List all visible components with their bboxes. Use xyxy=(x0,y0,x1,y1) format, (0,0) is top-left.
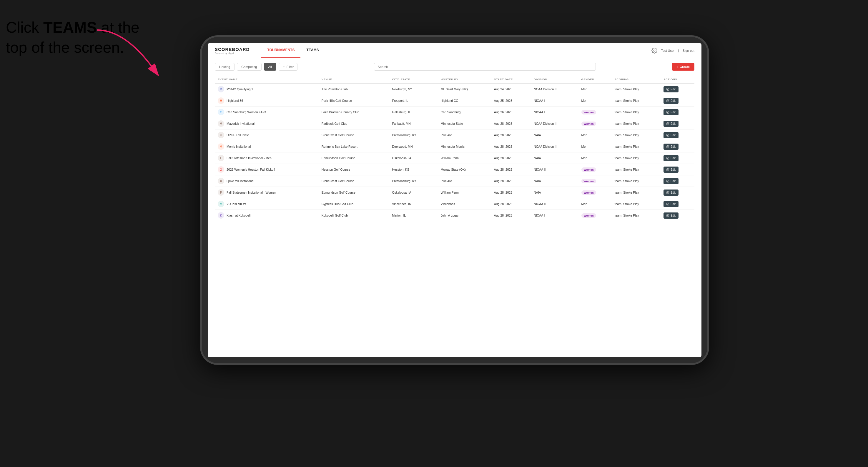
arrow-indicator xyxy=(71,24,194,88)
cell-gender: Men xyxy=(579,152,612,164)
edit-icon xyxy=(666,180,670,182)
cell-start-date: Aug 28, 2023 xyxy=(491,210,531,221)
cell-event-name: M Morris Invitational xyxy=(215,141,319,152)
search-box xyxy=(300,63,670,71)
gender-text: Men xyxy=(581,133,587,137)
cell-venue: Kokopelli Golf Club xyxy=(319,210,389,221)
col-event-name: EVENT NAME xyxy=(215,75,319,84)
cell-venue: StoneCrest Golf Course xyxy=(319,129,389,141)
cell-event-name: H Highland 36 xyxy=(215,95,319,106)
event-icon: u xyxy=(218,178,224,184)
tablet-frame: SCOREBOARD Powered by clippit TOURNAMENT… xyxy=(200,35,709,365)
tab-tournaments[interactable]: TOURNAMENTS xyxy=(261,43,301,58)
cell-division: NICAA II xyxy=(531,198,578,210)
search-input[interactable] xyxy=(374,63,596,71)
event-icon: F xyxy=(218,155,224,161)
event-icon: V xyxy=(218,201,224,207)
col-actions: ACTIONS xyxy=(660,75,694,84)
sign-out-link[interactable]: Sign out xyxy=(683,49,694,52)
event-icon: F xyxy=(218,189,224,196)
gender-badge: Women xyxy=(581,167,596,172)
table-header: EVENT NAME VENUE CITY, STATE HOSTED BY S… xyxy=(215,75,694,84)
edit-button[interactable]: Edit xyxy=(663,189,679,196)
cell-actions: Edit xyxy=(660,164,694,176)
edit-button[interactable]: Edit xyxy=(663,213,679,219)
cell-division: NAIA xyxy=(531,176,578,187)
tab-teams[interactable]: TEAMS xyxy=(301,43,324,58)
edit-button[interactable]: Edit xyxy=(663,166,679,173)
cell-city-state: Freeport, IL xyxy=(389,95,437,106)
cell-city-state: Faribault, MN xyxy=(389,118,437,129)
cell-hosted-by: William Penn xyxy=(438,187,491,198)
cell-actions: Edit xyxy=(660,106,694,118)
event-name-text: UPKE Fall Invite xyxy=(226,133,249,137)
cell-scoring: team, Stroke Play xyxy=(612,152,660,164)
gender-badge: Women xyxy=(581,179,596,183)
gender-text: Men xyxy=(581,156,587,160)
svg-point-1 xyxy=(654,50,655,51)
create-button[interactable]: + Create xyxy=(672,63,694,71)
edit-button[interactable]: Edit xyxy=(663,144,679,150)
cell-city-state: Galesburg, IL xyxy=(389,106,437,118)
col-hosted-by: HOSTED BY xyxy=(438,75,491,84)
cell-venue: Edmundson Golf Course xyxy=(319,152,389,164)
cell-hosted-by: Pikeville xyxy=(438,129,491,141)
cell-scoring: team, Stroke Play xyxy=(612,198,660,210)
cell-division: NCAA Division III xyxy=(531,84,578,95)
cell-event-name: K Klash at Kokopelli xyxy=(215,210,319,221)
edit-button[interactable]: Edit xyxy=(663,155,679,161)
cell-actions: Edit xyxy=(660,198,694,210)
cell-hosted-by: Carl Sandburg xyxy=(438,106,491,118)
edit-button[interactable]: Edit xyxy=(663,86,679,92)
col-city-state: CITY, STATE xyxy=(389,75,437,84)
cell-venue: Cypress Hills Golf Club xyxy=(319,198,389,210)
cell-gender: Men xyxy=(579,198,612,210)
table-row: u upike fall invitational StoneCrest Gol… xyxy=(215,176,694,187)
filter-button[interactable]: Filter xyxy=(279,63,298,71)
cell-scoring: team, Stroke Play xyxy=(612,164,660,176)
cell-start-date: Aug 26, 2023 xyxy=(491,106,531,118)
event-icon: H xyxy=(218,97,224,104)
event-name-text: Highland 36 xyxy=(226,99,243,102)
cell-gender: Men xyxy=(579,95,612,106)
edit-icon xyxy=(666,203,670,206)
content-area: Hosting Competing All Filter + Create xyxy=(208,58,702,357)
logo-sub: Powered by clippit xyxy=(215,52,249,55)
edit-button[interactable]: Edit xyxy=(663,121,679,127)
cell-event-name: M Maverick Invitational xyxy=(215,118,319,129)
edit-icon xyxy=(666,145,670,148)
event-name-text: 2023 Women's Hesston Fall Kickoff xyxy=(226,168,275,171)
filter-label: Filter xyxy=(287,65,293,68)
cell-actions: Edit xyxy=(660,84,694,95)
event-name-text: MSMC Qualifying 1 xyxy=(226,87,253,91)
cell-city-state: Newburgh, NY xyxy=(389,84,437,95)
cell-division: NICAA I xyxy=(531,106,578,118)
hosting-button[interactable]: Hosting xyxy=(215,63,235,71)
event-icon: K xyxy=(218,212,224,219)
edit-button[interactable]: Edit xyxy=(663,132,679,138)
competing-button[interactable]: Competing xyxy=(237,63,261,71)
edit-button[interactable]: Edit xyxy=(663,201,679,207)
edit-button[interactable]: Edit xyxy=(663,178,679,184)
event-icon: M xyxy=(218,120,224,127)
edit-button[interactable]: Edit xyxy=(663,98,679,104)
cell-venue: The Powelton Club xyxy=(319,84,389,95)
cell-division: NAIA xyxy=(531,187,578,198)
table-row: U UPKE Fall Invite StoneCrest Golf Cours… xyxy=(215,129,694,141)
cell-actions: Edit xyxy=(660,176,694,187)
event-name-text: Klash at Kokopelli xyxy=(226,214,251,217)
cell-gender: Women xyxy=(579,176,612,187)
cell-venue: Faribault Golf Club xyxy=(319,118,389,129)
cell-city-state: Marion, IL xyxy=(389,210,437,221)
cell-gender: Men xyxy=(579,129,612,141)
col-start-date: START DATE xyxy=(491,75,531,84)
gender-badge: Women xyxy=(581,213,596,218)
all-button[interactable]: All xyxy=(264,63,276,71)
cell-division: NICAA I xyxy=(531,210,578,221)
table-row: M MSMC Qualifying 1 The Powelton Club Ne… xyxy=(215,84,694,95)
gender-badge: Women xyxy=(581,110,596,115)
settings-icon[interactable] xyxy=(651,48,657,54)
edit-icon xyxy=(666,214,670,217)
tablet-screen: SCOREBOARD Powered by clippit TOURNAMENT… xyxy=(208,43,702,357)
edit-button[interactable]: Edit xyxy=(663,109,679,115)
